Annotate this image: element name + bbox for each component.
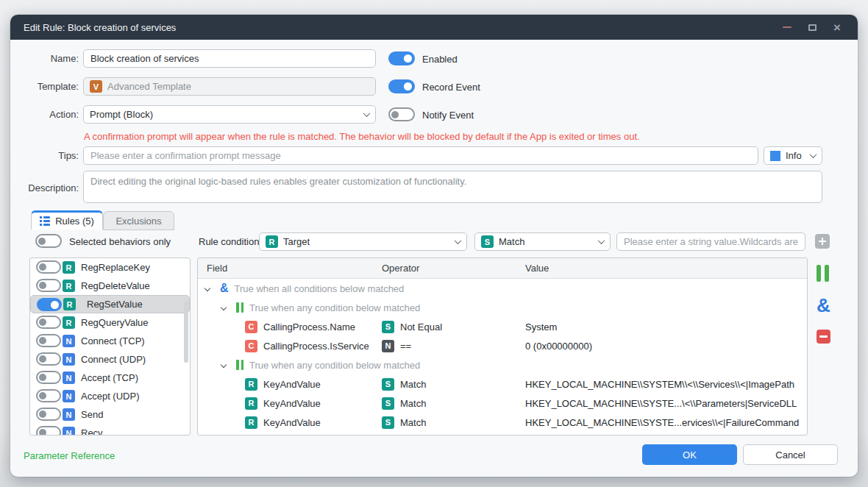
behavior-list-item[interactable]: NConnect (UDP) — [30, 350, 190, 369]
tab-exclusions[interactable]: Exclusions — [103, 211, 174, 230]
behavior-label: Recv — [81, 427, 103, 436]
group-label: True when all conditions below matched — [235, 283, 405, 294]
field-cell: CCallingProcess.IsService — [198, 340, 382, 352]
condition-row[interactable]: True when any condition below matched — [198, 355, 807, 374]
behavior-toggle[interactable] — [36, 316, 61, 329]
behavior-toggle[interactable] — [36, 260, 61, 274]
tab-rules[interactable]: Rules (5) — [31, 210, 103, 230]
behavior-list-item[interactable]: NAccept (TCP) — [30, 369, 190, 387]
table-header: Field Operator Value — [198, 258, 807, 279]
notify-event-toggle[interactable] — [388, 107, 415, 121]
field-name: KeyAndValue — [263, 379, 321, 390]
behavior-label: Send — [81, 409, 103, 420]
condition-row[interactable]: True when any condition below matched — [198, 298, 807, 317]
behavior-type-badge-icon: R — [63, 316, 75, 329]
rule-condition-label: Rule condition: — [199, 236, 262, 247]
field-type-badge-icon: C — [245, 340, 257, 352]
enabled-toggle[interactable] — [388, 51, 415, 65]
name-input[interactable] — [83, 49, 376, 68]
maximize-button[interactable] — [805, 20, 819, 35]
field-cell: True when any condition below matched — [198, 360, 807, 371]
behavior-list-item[interactable]: RRegSetValue — [30, 295, 190, 313]
chevron-down-icon[interactable] — [204, 285, 210, 291]
behavior-toggle[interactable] — [36, 334, 61, 347]
chevron-down-icon[interactable] — [221, 362, 227, 368]
field-type-badge-icon: C — [245, 321, 257, 333]
severity-select[interactable]: Info — [764, 146, 822, 165]
behavior-toggle[interactable] — [36, 408, 61, 421]
ok-button[interactable]: OK — [642, 444, 737, 465]
template-label: Template: — [13, 81, 79, 92]
behavior-toggle[interactable] — [36, 352, 61, 366]
behavior-type-badge-icon: N — [63, 408, 75, 421]
action-label: Action: — [13, 109, 79, 120]
toggle-knob — [39, 392, 46, 399]
operator-cell: SMatch — [382, 397, 525, 410]
behavior-label: Accept (TCP) — [81, 372, 138, 383]
behavior-type-badge-icon: R — [63, 261, 75, 274]
template-badge-icon: V — [90, 80, 102, 93]
maximize-icon — [808, 24, 817, 31]
field-name: CallingProcess.Name — [263, 321, 355, 333]
behavior-toggle[interactable] — [36, 279, 61, 292]
condition-table: Field Operator Value &True when all cond… — [197, 257, 808, 436]
condition-row[interactable]: RKeyAndValueSMatchHKEY_LOCAL_MACHINE\\SY… — [198, 413, 807, 432]
tips-input[interactable] — [83, 146, 758, 165]
behavior-list-item[interactable]: NAccept (UDP) — [30, 387, 190, 405]
parameter-reference-link[interactable]: Parameter Reference — [24, 450, 115, 461]
behavior-label: RegQueryValue — [81, 317, 149, 328]
behavior-list-item[interactable]: RRegQueryValue — [30, 313, 190, 332]
name-label: Name: — [13, 53, 79, 64]
rule-condition-field-select[interactable]: R Target — [259, 232, 467, 251]
operator-type-badge-icon: S — [382, 397, 394, 410]
condition-row[interactable]: &True when all conditions below matched — [198, 279, 807, 298]
behavior-toggle[interactable] — [37, 298, 62, 311]
condition-row[interactable]: CCallingProcess.NameSNot EqualSystem — [198, 317, 807, 336]
remove-condition-button[interactable] — [817, 330, 830, 344]
toggle-knob — [39, 337, 46, 344]
cancel-button[interactable]: Cancel — [743, 444, 838, 465]
or-group-button[interactable] — [817, 265, 829, 282]
selected-behaviors-toggle[interactable] — [35, 234, 62, 248]
condition-row[interactable]: RKeyAndValueSMatchHKEY_LOCAL_MACHINE\\SY… — [198, 394, 807, 413]
record-event-toggle[interactable] — [388, 79, 415, 93]
behavior-toggle[interactable] — [36, 389, 61, 402]
severity-value: Info — [786, 150, 805, 161]
toggle-knob — [51, 301, 59, 309]
behavior-list-item[interactable]: NRecv — [30, 424, 190, 436]
scrollbar-thumb[interactable] — [184, 301, 188, 363]
behavior-type-badge-icon: N — [63, 427, 75, 436]
toggle-knob — [39, 263, 46, 271]
behavior-list-item[interactable]: NSend — [30, 405, 190, 424]
value-cell: HKEY_LOCAL_MACHINE\\SYSTEM\\<\\Services\… — [525, 379, 807, 390]
condition-row[interactable]: RKeyAndValueSMatchHKEY_LOCAL_MACHINE\\SY… — [198, 374, 807, 394]
operator-name: Match — [400, 417, 426, 428]
condition-row[interactable]: CCallingProcess.IsServiceN==0 (0x0000000… — [198, 336, 807, 355]
toggle-knob — [39, 319, 46, 326]
dialog-title: Edit Rule: Block creation of services — [24, 22, 176, 33]
rule-condition-operator-select[interactable]: S Match — [474, 232, 611, 251]
close-button[interactable]: × — [830, 20, 844, 35]
chevron-down-icon[interactable] — [221, 305, 227, 310]
and-group-button[interactable]: & — [817, 296, 830, 315]
rule-condition-value-input[interactable] — [616, 232, 805, 251]
behavior-toggle[interactable] — [36, 426, 61, 436]
field-cell: CCallingProcess.Name — [198, 321, 382, 333]
behavior-list-item[interactable]: RRegReplaceKey — [30, 258, 190, 277]
operator-type-badge-icon: S — [382, 321, 394, 333]
field-badge-icon: R — [266, 235, 278, 248]
minimize-button[interactable] — [780, 20, 794, 35]
column-header-value: Value — [525, 263, 807, 274]
add-condition-button[interactable] — [815, 234, 830, 249]
description-input[interactable]: Direct editing the original logic-based … — [83, 171, 822, 203]
value-cell: HKEY_LOCAL_MACHINE\\SYSTE...ervices\\<|F… — [525, 417, 807, 428]
field-type-badge-icon: R — [245, 416, 257, 429]
operator-cell: SNot Equal — [382, 321, 525, 333]
behavior-list-item[interactable]: RRegDeleteValue — [30, 277, 190, 295]
group-label: True when any condition below matched — [249, 302, 420, 313]
behavior-list-item[interactable]: NConnect (TCP) — [30, 332, 190, 350]
description-label: Description: — [13, 182, 79, 193]
behavior-type-badge-icon: N — [63, 335, 75, 347]
action-select[interactable]: Prompt (Block) — [83, 105, 376, 124]
behavior-toggle[interactable] — [36, 371, 61, 384]
